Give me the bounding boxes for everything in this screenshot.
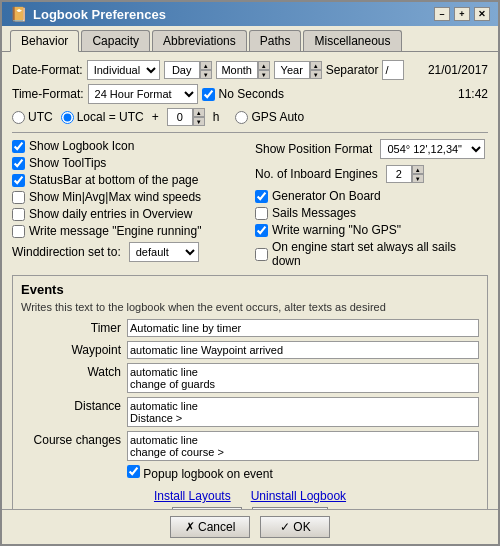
popup-checkbox[interactable]	[127, 465, 140, 478]
day-input[interactable]	[164, 61, 200, 79]
position-format-select[interactable]: 054° 12',12,34"	[380, 139, 485, 159]
inboard-up-btn[interactable]: ▲	[412, 165, 424, 174]
month-spinner: ▲ ▼	[216, 61, 270, 79]
events-description: Writes this text to the logbook when the…	[21, 301, 479, 313]
separator-input[interactable]	[382, 60, 404, 80]
no-seconds-checkbox[interactable]	[202, 88, 215, 101]
sails-messages-checkbox[interactable]	[255, 207, 268, 220]
show-wind-label[interactable]: Show Min|Avg|Max wind speeds	[12, 190, 201, 204]
utc-offset-up-btn[interactable]: ▲	[193, 108, 205, 117]
utc-offset-spinner: ▲ ▼	[167, 108, 205, 126]
time-format-label: Time-Format:	[12, 87, 84, 101]
main-options: Show Logbook Icon Show ToolTips StatusBa…	[12, 139, 488, 271]
write-engine-label[interactable]: Write message "Engine running"	[12, 224, 201, 238]
date-display: 21/01/2017	[428, 63, 488, 77]
show-tooltips-label[interactable]: Show ToolTips	[12, 156, 106, 170]
show-logbook-icon-checkbox[interactable]	[12, 140, 25, 153]
day-up-btn[interactable]: ▲	[200, 61, 212, 70]
main-window: 📔 Logbook Preferences – + ✕ Behavior Cap…	[0, 0, 500, 546]
tab-paths[interactable]: Paths	[249, 30, 302, 51]
local-radio-label[interactable]: Local = UTC	[61, 110, 144, 124]
close-button[interactable]: ✕	[474, 7, 490, 21]
local-radio[interactable]	[61, 111, 74, 124]
gps-auto-radio-label[interactable]: GPS Auto	[235, 110, 304, 124]
month-down-btn[interactable]: ▼	[258, 70, 270, 79]
distance-textarea[interactable]: automatic line Distance >	[127, 397, 479, 427]
waypoint-label: Waypoint	[21, 341, 121, 357]
utc-radio-label[interactable]: UTC	[12, 110, 53, 124]
inboard-engines-spinner: ▲ ▼	[386, 165, 424, 183]
on-engine-start-row: On engine start set always all sails dow…	[255, 240, 488, 268]
time-format-select[interactable]: 24 Hour Format	[88, 84, 198, 104]
date-format-select[interactable]: Individual	[87, 60, 160, 80]
maximize-button[interactable]: +	[454, 7, 470, 21]
popup-label[interactable]: Popup logbook on event	[127, 465, 273, 481]
year-down-btn[interactable]: ▼	[310, 70, 322, 79]
show-daily-label[interactable]: Show daily entries in Overview	[12, 207, 192, 221]
course-changes-textarea[interactable]: automatic line change of course >	[127, 431, 479, 461]
year-input[interactable]	[274, 61, 310, 79]
tab-behavior[interactable]: Behavior	[10, 30, 79, 52]
position-format-label: Show Position Format	[255, 142, 372, 156]
generator-row: Generator On Board	[255, 189, 488, 203]
month-input[interactable]	[216, 61, 258, 79]
events-grid: Timer Automatic line by timer Waypoint a…	[21, 319, 479, 461]
timer-textarea[interactable]: Automatic line by timer	[127, 319, 479, 337]
inboard-down-btn[interactable]: ▼	[412, 174, 424, 183]
tab-abbreviations[interactable]: Abbreviations	[152, 30, 247, 51]
utc-offset-input[interactable]	[167, 108, 193, 126]
utc-label: UTC	[28, 110, 53, 124]
date-format-label: Date-Format:	[12, 63, 83, 77]
date-format-row: Date-Format: Individual ▲ ▼ ▲ ▼	[12, 60, 488, 80]
write-no-gps-label[interactable]: Write warning "No GPS"	[255, 223, 401, 237]
winddirection-select[interactable]: default	[129, 242, 199, 262]
sails-messages-label[interactable]: Sails Messages	[255, 206, 356, 220]
uninstall-logbook-link[interactable]: Uninstall Logbook	[251, 489, 346, 503]
show-daily-row: Show daily entries in Overview	[12, 207, 245, 221]
write-no-gps-checkbox[interactable]	[255, 224, 268, 237]
show-wind-checkbox[interactable]	[12, 191, 25, 204]
show-wind-row: Show Min|Avg|Max wind speeds	[12, 190, 245, 204]
tab-capacity[interactable]: Capacity	[81, 30, 150, 51]
show-logbook-icon-label[interactable]: Show Logbook Icon	[12, 139, 134, 153]
statusbar-label[interactable]: StatusBar at bottom of the page	[12, 173, 198, 187]
show-daily-checkbox[interactable]	[12, 208, 25, 221]
watch-textarea[interactable]: automatic line change of guards	[127, 363, 479, 393]
show-logbook-icon-row: Show Logbook Icon	[12, 139, 245, 153]
year-up-btn[interactable]: ▲	[310, 61, 322, 70]
statusbar-checkbox[interactable]	[12, 174, 25, 187]
day-down-btn[interactable]: ▼	[200, 70, 212, 79]
gps-auto-radio[interactable]	[235, 111, 248, 124]
minimize-button[interactable]: –	[434, 7, 450, 21]
tab-miscellaneous[interactable]: Miscellaneous	[303, 30, 401, 51]
timer-label: Timer	[21, 319, 121, 335]
generator-label[interactable]: Generator On Board	[255, 189, 381, 203]
inboard-engines-input[interactable]	[386, 165, 412, 183]
write-engine-checkbox[interactable]	[12, 225, 25, 238]
show-tooltips-checkbox[interactable]	[12, 157, 25, 170]
timezone-row: UTC Local = UTC + ▲ ▼ h GPS Auto	[12, 108, 488, 126]
write-no-gps-row: Write warning "No GPS"	[255, 223, 488, 237]
gps-auto-label: GPS Auto	[251, 110, 304, 124]
month-up-btn[interactable]: ▲	[258, 61, 270, 70]
waypoint-textarea[interactable]: automatic line Waypoint arrived	[127, 341, 479, 359]
titlebar-title: Logbook Preferences	[33, 7, 166, 22]
cancel-button[interactable]: ✗ Cancel	[170, 516, 251, 538]
divider-1	[12, 132, 488, 133]
plus-sign: +	[152, 110, 159, 124]
install-layouts-link[interactable]: Install Layouts	[154, 489, 231, 503]
utc-radio[interactable]	[12, 111, 25, 124]
on-engine-start-checkbox[interactable]	[255, 248, 268, 261]
write-engine-row: Write message "Engine running"	[12, 224, 245, 238]
no-seconds-label: No Seconds	[219, 87, 284, 101]
right-options: Show Position Format 054° 12',12,34" No.…	[255, 139, 488, 271]
time-display: 11:42	[458, 87, 488, 101]
local-label: Local = UTC	[77, 110, 144, 124]
generator-checkbox[interactable]	[255, 190, 268, 203]
on-engine-start-label[interactable]: On engine start set always all sails dow…	[255, 240, 488, 268]
ok-button[interactable]: ✓ OK	[260, 516, 330, 538]
utc-offset-down-btn[interactable]: ▼	[193, 117, 205, 126]
content-area: Date-Format: Individual ▲ ▼ ▲ ▼	[2, 52, 498, 509]
time-format-row: Time-Format: 24 Hour Format No Seconds 1…	[12, 84, 488, 104]
distance-label: Distance	[21, 397, 121, 413]
